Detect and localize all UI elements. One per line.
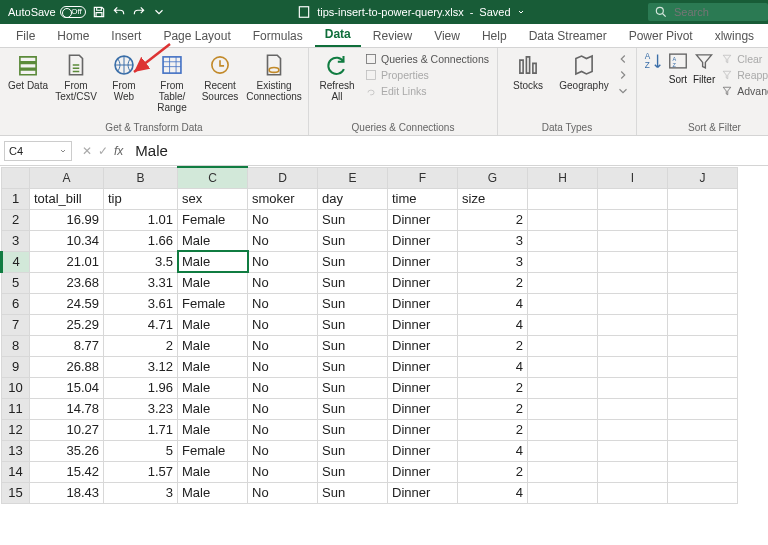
row-header[interactable]: 10 [2,377,30,398]
cell[interactable] [598,209,668,230]
cell[interactable]: Sun [318,314,388,335]
sort-asc-button[interactable]: AZ [643,50,663,72]
cell[interactable] [668,461,738,482]
cell[interactable]: No [248,419,318,440]
cell[interactable] [528,209,598,230]
cell[interactable]: day [318,188,388,209]
cell[interactable]: Female [178,293,248,314]
cell[interactable]: 3 [104,482,178,503]
cell[interactable] [598,461,668,482]
cell[interactable] [668,272,738,293]
cell[interactable]: Dinner [388,209,458,230]
cell[interactable]: No [248,335,318,356]
get-data-button[interactable]: Get Data [6,50,50,93]
tab-data-streamer[interactable]: Data Streamer [519,25,617,47]
cell[interactable] [668,482,738,503]
cell[interactable] [668,335,738,356]
cell[interactable]: 4 [458,482,528,503]
cell[interactable] [598,272,668,293]
tab-xlwings[interactable]: xlwings [705,25,764,47]
cell[interactable]: Sun [318,356,388,377]
cell[interactable]: Dinner [388,440,458,461]
cell[interactable]: 14.78 [30,398,104,419]
cell[interactable]: Sun [318,335,388,356]
fx-icon[interactable]: fx [114,144,123,158]
cell[interactable] [598,230,668,251]
cell[interactable]: Male [178,461,248,482]
col-header-A[interactable]: A [30,167,104,188]
cell[interactable]: 1.57 [104,461,178,482]
cell[interactable]: 5 [104,440,178,461]
cell[interactable]: 2 [458,461,528,482]
row-header[interactable]: 13 [2,440,30,461]
row-header[interactable]: 14 [2,461,30,482]
cell[interactable]: Male [178,356,248,377]
cell[interactable]: 3 [458,230,528,251]
tab-help[interactable]: Help [472,25,517,47]
cell[interactable]: tip [104,188,178,209]
cell[interactable]: Sun [318,251,388,272]
cell[interactable]: 2 [458,398,528,419]
stocks-button[interactable]: Stocks [504,50,552,93]
worksheet-grid[interactable]: ABCDEFGHIJ 1total_billtipsexsmokerdaytim… [0,166,768,504]
cell[interactable] [668,188,738,209]
cell[interactable]: 15.42 [30,461,104,482]
cell[interactable] [528,293,598,314]
cell[interactable] [668,293,738,314]
cell[interactable] [598,482,668,503]
cell[interactable] [528,440,598,461]
recent-sources-button[interactable]: Recent Sources [198,50,242,104]
cell[interactable]: Female [178,209,248,230]
cell[interactable]: 4 [458,440,528,461]
cell[interactable] [598,356,668,377]
cell[interactable]: No [248,398,318,419]
row-header[interactable]: 12 [2,419,30,440]
cell[interactable]: 25.29 [30,314,104,335]
cell[interactable]: 2 [458,377,528,398]
col-header-E[interactable]: E [318,167,388,188]
cell[interactable]: 3.23 [104,398,178,419]
cell[interactable] [528,419,598,440]
cell[interactable]: 10.34 [30,230,104,251]
cell[interactable]: 18.43 [30,482,104,503]
row-header[interactable]: 2 [2,209,30,230]
chevron-down-icon[interactable] [517,8,525,16]
cell[interactable]: 3 [458,251,528,272]
cell[interactable] [598,377,668,398]
from-table-range-button[interactable]: From Table/ Range [150,50,194,115]
cell[interactable] [528,461,598,482]
col-header-I[interactable]: I [598,167,668,188]
check-icon[interactable]: ✓ [98,144,108,158]
cell[interactable]: 24.59 [30,293,104,314]
cell[interactable]: Sun [318,482,388,503]
tab-review[interactable]: Review [363,25,422,47]
cell[interactable]: 4 [458,293,528,314]
cell[interactable] [668,209,738,230]
cell[interactable]: 4.71 [104,314,178,335]
cell[interactable]: 3.5 [104,251,178,272]
col-header-F[interactable]: F [388,167,458,188]
tab-page-layout[interactable]: Page Layout [153,25,240,47]
cell[interactable] [598,398,668,419]
cell[interactable] [668,398,738,419]
cell[interactable] [598,293,668,314]
cell[interactable]: Dinner [388,461,458,482]
col-header-G[interactable]: G [458,167,528,188]
cell[interactable]: 1.96 [104,377,178,398]
save-icon[interactable] [92,5,106,19]
cell[interactable] [668,356,738,377]
cell[interactable]: 16.99 [30,209,104,230]
cell[interactable]: Dinner [388,419,458,440]
cell[interactable]: Sun [318,377,388,398]
tab-insert[interactable]: Insert [101,25,151,47]
cell[interactable]: Sun [318,293,388,314]
cell[interactable]: No [248,356,318,377]
cell[interactable]: No [248,230,318,251]
cell[interactable] [598,419,668,440]
cell[interactable]: Male [178,230,248,251]
chevron-down-icon[interactable] [152,5,166,19]
cell[interactable]: Male [178,419,248,440]
cell[interactable] [528,188,598,209]
cell[interactable]: No [248,461,318,482]
cell[interactable] [598,188,668,209]
